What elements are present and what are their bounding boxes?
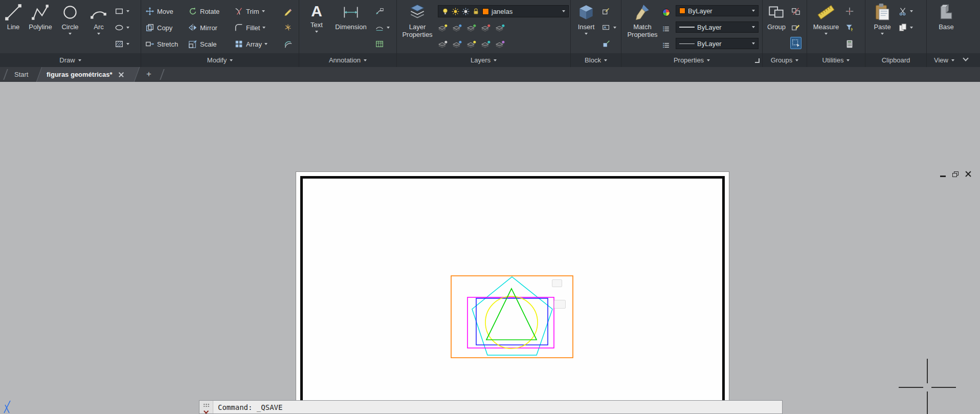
text-dropdown-icon[interactable] <box>315 31 318 33</box>
quick-calc-button[interactable] <box>845 38 854 50</box>
measure-button[interactable]: Measure <box>811 3 841 35</box>
group-selection-toggle-button[interactable] <box>790 37 801 49</box>
cut-dropdown-icon[interactable] <box>910 10 913 12</box>
linetype-list-button[interactable] <box>662 39 670 51</box>
ungroup-button[interactable] <box>791 5 800 17</box>
id-point-button[interactable] <box>845 5 854 17</box>
layer-isolate-button[interactable] <box>481 21 491 34</box>
arc-button[interactable]: Arc <box>87 3 110 35</box>
close-icon[interactable] <box>965 171 971 177</box>
rectangle-dropdown-icon[interactable] <box>126 10 129 12</box>
trim-dropdown-icon[interactable] <box>262 10 265 12</box>
explode-button[interactable] <box>283 21 293 34</box>
layer-on-bulb-icon[interactable] <box>441 8 449 15</box>
panel-title-modify[interactable]: Modify <box>141 53 299 67</box>
rotate-button[interactable]: Rotate <box>188 5 219 17</box>
copy-clip-dropdown-icon[interactable] <box>910 27 913 29</box>
restore-icon[interactable] <box>952 171 959 177</box>
leader-button[interactable] <box>375 5 384 17</box>
lineweight-combo[interactable]: ByLayer <box>676 21 759 33</box>
copy-button[interactable]: Copy <box>145 21 172 34</box>
rectangle-magenta[interactable] <box>467 297 554 348</box>
layer-vp-freeze-icon[interactable] <box>462 8 470 15</box>
object-color-dropdown-icon[interactable] <box>752 10 755 12</box>
match-properties-button[interactable]: Match Properties <box>626 3 659 38</box>
circle-button[interactable]: Circle <box>57 3 83 35</box>
layer-lock-icon[interactable] <box>472 8 480 15</box>
stretch-button[interactable]: Stretch <box>145 38 178 50</box>
text-button[interactable]: A Text <box>305 3 328 33</box>
panel-title-view[interactable]: View <box>927 53 980 67</box>
fillet-button[interactable]: Fillet <box>234 21 265 34</box>
array-dropdown-icon[interactable] <box>264 43 268 45</box>
dimension-button[interactable]: Dimension <box>331 3 371 31</box>
create-block-button[interactable] <box>602 5 611 17</box>
panel-title-layers[interactable]: Layers <box>397 53 570 67</box>
ellipse-tool-button[interactable] <box>115 21 129 34</box>
trim-button[interactable]: Trim <box>234 5 265 17</box>
panel-title-block[interactable]: Block <box>571 53 621 67</box>
copy-clip-button[interactable] <box>898 21 913 34</box>
layer-match-button[interactable] <box>452 21 462 34</box>
layer-off-button[interactable] <box>452 38 462 50</box>
panel-title-groups[interactable]: Groups <box>763 53 807 67</box>
layer-properties-button[interactable]: Layer Properties <box>401 3 434 38</box>
rectangle-orange[interactable] <box>451 276 573 358</box>
mirror-button[interactable]: Mirror <box>188 21 217 34</box>
layer-select-combo[interactable]: janelas <box>438 5 569 17</box>
edit-attribute-button[interactable] <box>602 21 616 34</box>
scale-button[interactable]: Scale <box>188 38 217 50</box>
dimension-style-dropdown-icon[interactable] <box>387 27 390 29</box>
paste-button[interactable]: Paste <box>871 3 894 35</box>
linetype-combo[interactable]: ByLayer <box>676 38 759 49</box>
layer-merge-button[interactable] <box>495 38 505 50</box>
hatch-tool-button[interactable] <box>115 38 129 50</box>
arc-dropdown-icon[interactable] <box>97 33 100 35</box>
line-button[interactable]: Line <box>2 3 25 31</box>
erase-button[interactable] <box>283 5 293 17</box>
panel-title-utilities[interactable]: Utilities <box>807 53 865 67</box>
panel-title-clipboard[interactable]: Clipboard <box>865 53 926 67</box>
quick-select-button[interactable] <box>845 21 854 34</box>
circle-dropdown-icon[interactable] <box>69 33 72 35</box>
lineweight-dropdown-icon[interactable] <box>752 26 755 28</box>
command-window[interactable]: Command: _QSAVE Command: <box>199 400 783 414</box>
polyline-button[interactable]: Polyline <box>27 3 54 31</box>
layer-freeze-button[interactable] <box>438 38 448 50</box>
paste-dropdown-icon[interactable] <box>881 33 884 35</box>
linetype-dropdown-icon[interactable] <box>752 42 755 45</box>
command-history[interactable]: Command: _QSAVE Command: <box>213 401 287 413</box>
tab-drawing-active[interactable]: figuras geométricas* <box>36 67 140 82</box>
fillet-dropdown-icon[interactable] <box>262 27 265 29</box>
circle-yellow[interactable] <box>485 296 538 348</box>
properties-dialog-launcher-icon[interactable] <box>755 58 760 63</box>
rectangle-tool-button[interactable] <box>115 5 129 17</box>
base-button[interactable]: Base <box>934 3 959 31</box>
cut-button[interactable] <box>898 5 913 17</box>
layer-unisolate-button[interactable] <box>495 21 505 34</box>
color-wheel-button[interactable] <box>662 6 670 18</box>
layer-previous-button[interactable] <box>466 21 476 34</box>
edit-attribute-dropdown-icon[interactable] <box>613 27 616 29</box>
measure-dropdown-icon[interactable] <box>825 33 828 35</box>
dimension-style-button[interactable] <box>375 21 390 34</box>
panel-title-annotation[interactable]: Annotation <box>299 53 396 67</box>
layer-make-current-button[interactable] <box>438 21 448 34</box>
group-button[interactable]: Group <box>765 3 788 31</box>
insert-button[interactable]: Insert <box>574 3 598 35</box>
layer-unlock-button[interactable] <box>481 38 491 50</box>
tab-close-icon[interactable] <box>119 72 124 77</box>
lineweight-list-button[interactable] <box>662 23 670 35</box>
layer-combo-dropdown-icon[interactable] <box>562 10 565 12</box>
command-close-icon[interactable] <box>204 410 209 413</box>
ellipse-dropdown-icon[interactable] <box>126 27 129 29</box>
panel-title-properties[interactable]: Properties <box>621 53 762 67</box>
group-edit-button[interactable] <box>791 21 800 34</box>
array-button[interactable]: Array <box>234 38 268 50</box>
panel-title-draw[interactable]: Draw <box>0 53 141 67</box>
table-button[interactable] <box>375 38 384 50</box>
insert-dropdown-icon[interactable] <box>585 33 588 35</box>
pentagon-cyan[interactable] <box>472 277 552 355</box>
hatch-dropdown-icon[interactable] <box>126 43 129 45</box>
layer-freeze-sun-icon[interactable] <box>452 8 459 15</box>
